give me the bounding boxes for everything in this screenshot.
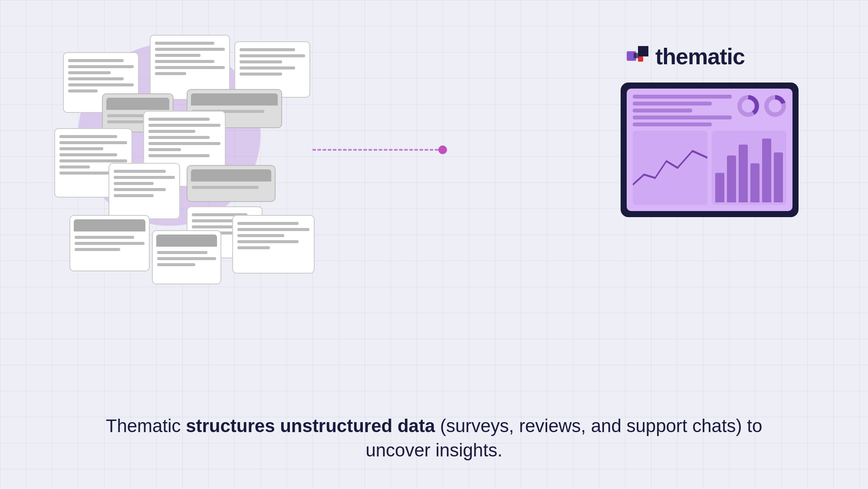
- bar-chart: [712, 131, 786, 205]
- line-chart-svg: [633, 131, 707, 205]
- dash-line: [633, 122, 712, 126]
- bar: [739, 145, 748, 202]
- main-scene: ✦ ✦ ✦ ✦ thematic: [0, 0, 868, 489]
- bar: [727, 155, 736, 203]
- right-panel: thematic: [621, 43, 803, 217]
- dashed-line: [312, 149, 438, 151]
- line-chart-area: [633, 131, 707, 205]
- dashboard-bottom-row: [633, 131, 786, 205]
- dash-line: [633, 95, 732, 99]
- thematic-logo-icon: [625, 44, 649, 69]
- donut-chart-2: [764, 95, 786, 117]
- dash-line: [633, 102, 712, 106]
- thematic-logo: thematic: [621, 43, 803, 69]
- svg-rect-0: [638, 46, 648, 56]
- bar: [762, 139, 771, 202]
- dashboard-text-lines: [633, 95, 732, 126]
- headline-prefix: Thematic: [106, 416, 186, 436]
- doc-card: [187, 165, 276, 202]
- bar: [774, 152, 783, 202]
- dashboard-mockup: [621, 83, 799, 217]
- doc-card: [69, 215, 150, 271]
- headline-bold: structures unstructured data: [186, 416, 435, 436]
- donut-charts: [737, 95, 786, 117]
- bar: [715, 173, 724, 202]
- headline-text: Thematic structures unstructured data (s…: [0, 414, 868, 463]
- document-cluster: [26, 17, 330, 295]
- bar: [750, 163, 760, 202]
- dashboard-inner: [627, 89, 792, 211]
- connector-dot: [438, 145, 447, 154]
- dash-line: [633, 109, 692, 112]
- dash-line: [633, 116, 732, 119]
- donut-chart-1: [737, 95, 760, 117]
- doc-card: [108, 163, 180, 219]
- dashboard-top-row: [633, 95, 786, 126]
- svg-rect-3: [634, 53, 639, 58]
- doc-card: [152, 230, 221, 284]
- dashed-connector: [312, 141, 447, 159]
- doc-card: [232, 215, 315, 274]
- bar-chart-area: [712, 131, 786, 205]
- logo-text: thematic: [655, 43, 745, 69]
